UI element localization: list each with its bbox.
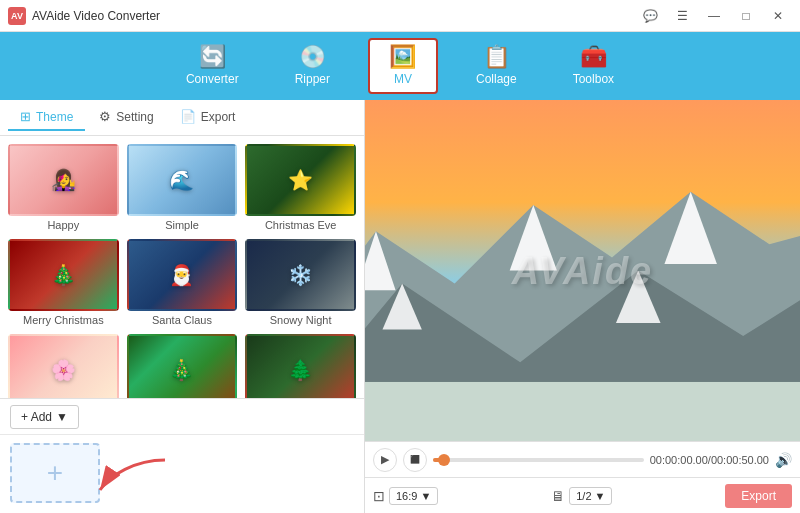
app-title: AVAide Video Converter [32,9,160,23]
collage-icon: 📋 [483,46,510,68]
ratio-control: ⊡ 16:9 ▼ [373,487,438,505]
sub-tabs: ⊞ Theme ⚙ Setting 📄 Export [0,100,364,136]
right-panel: AVAide ▶ ⬛ 00:00:00.00/00:00:50.00 🔊 ⊡ 1… [365,100,800,513]
theme-emoji-snowy-night: ❄️ [288,263,313,287]
theme-label: Theme [36,110,73,124]
drop-zone[interactable]: + [10,443,100,503]
svg-rect-10 [365,382,800,441]
collage-label: Collage [476,72,517,86]
theme-item-merry-christmas[interactable]: 🎄Merry Christmas [8,239,119,326]
theme-emoji-christmas-eve: ⭐ [288,168,313,192]
ripper-icon: 💿 [299,46,326,68]
theme-emoji-stripes-waves: 🌸 [51,358,76,382]
tab-setting[interactable]: ⚙ Setting [87,104,165,131]
mv-icon: 🖼️ [389,46,416,68]
mv-label: MV [394,72,412,86]
theme-name-happy: Happy [47,219,79,231]
toolbox-icon: 🧰 [580,46,607,68]
theme-thumbnail-christmas-tree: 🎄 [127,334,238,398]
theme-emoji-christmas-tree: 🎄 [169,358,194,382]
page-select[interactable]: 1/2 ▼ [569,487,612,505]
nav-converter[interactable]: 🔄 Converter [168,40,257,92]
page-dropdown-icon: ▼ [595,490,606,502]
content-area: ⊞ Theme ⚙ Setting 📄 Export 👩‍🎤Happy🌊Simp… [0,100,800,513]
main-nav: 🔄 Converter 💿 Ripper 🖼️ MV 📋 Collage 🧰 T… [0,32,800,100]
app-logo: AV [8,7,26,25]
theme-icon: ⊞ [20,109,31,124]
theme-thumbnail-christmas-eve: ⭐ [245,144,356,216]
theme-emoji-merry-christmas: 🎄 [51,263,76,287]
add-bar: + Add ▼ [0,398,364,434]
message-button[interactable]: 💬 [636,5,664,27]
play-button[interactable]: ▶ [373,448,397,472]
theme-emoji-simple: 🌊 [169,168,194,192]
theme-name-santa-claus: Santa Claus [152,314,212,326]
theme-name-merry-christmas: Merry Christmas [23,314,104,326]
export-tab-icon: 📄 [180,109,196,124]
theme-grid: 👩‍🎤Happy🌊Simple⭐Christmas Eve🎄Merry Chri… [0,136,364,398]
theme-thumbnail-beautiful-christmas: 🌲 [245,334,356,398]
theme-item-simple[interactable]: 🌊Simple [127,144,238,231]
ratio-select[interactable]: 16:9 ▼ [389,487,438,505]
nav-collage[interactable]: 📋 Collage [458,40,535,92]
theme-name-simple: Simple [165,219,199,231]
theme-item-beautiful-christmas[interactable]: 🌲Beautiful Christmas [245,334,356,398]
progress-dot [438,454,450,466]
export-button[interactable]: Export [725,484,792,508]
converter-icon: 🔄 [199,46,226,68]
theme-item-christmas-tree[interactable]: 🎄Christmas Tree [127,334,238,398]
theme-item-stripes-waves[interactable]: 🌸Stripes & Waves [8,334,119,398]
bottom-controls: ⊡ 16:9 ▼ 🖥 1/2 ▼ Export [365,477,800,513]
page-value: 1/2 [576,490,591,502]
time-display: 00:00:00.00/00:00:50.00 [650,454,769,466]
theme-thumbnail-stripes-waves: 🌸 [8,334,119,398]
plus-icon: + [47,459,63,487]
tab-export[interactable]: 📄 Export [168,104,248,131]
add-button[interactable]: + Add ▼ [10,405,79,429]
preview-watermark: AVAide [512,249,654,292]
theme-thumbnail-happy: 👩‍🎤 [8,144,119,216]
title-bar-controls: 💬 ☰ — □ ✕ [636,5,792,27]
arrow-indicator [95,450,175,500]
ratio-value: 16:9 [396,490,417,502]
converter-label: Converter [186,72,239,86]
theme-thumbnail-santa-claus: 🎅 [127,239,238,311]
theme-item-christmas-eve[interactable]: ⭐Christmas Eve [245,144,356,231]
ripper-label: Ripper [295,72,330,86]
theme-item-happy[interactable]: 👩‍🎤Happy [8,144,119,231]
title-bar-left: AV AVAide Video Converter [8,7,160,25]
nav-mv[interactable]: 🖼️ MV [368,38,438,94]
minimize-button[interactable]: — [700,5,728,27]
drop-zone-area: + [0,434,364,513]
setting-label: Setting [116,110,153,124]
playback-controls: ▶ ⬛ 00:00:00.00/00:00:50.00 🔊 [365,441,800,477]
theme-item-santa-claus[interactable]: 🎅Santa Claus [127,239,238,326]
menu-button[interactable]: ☰ [668,5,696,27]
stop-button[interactable]: ⬛ [403,448,427,472]
theme-thumbnail-simple: 🌊 [127,144,238,216]
volume-icon[interactable]: 🔊 [775,452,792,468]
theme-name-snowy-night: Snowy Night [270,314,332,326]
theme-emoji-happy: 👩‍🎤 [51,168,76,192]
setting-icon: ⚙ [99,109,111,124]
page-control: 🖥 1/2 ▼ [551,487,612,505]
ratio-dropdown-icon: ▼ [420,490,431,502]
tab-theme[interactable]: ⊞ Theme [8,104,85,131]
left-panel: ⊞ Theme ⚙ Setting 📄 Export 👩‍🎤Happy🌊Simp… [0,100,365,513]
export-label: Export [201,110,236,124]
theme-emoji-santa-claus: 🎅 [169,263,194,287]
preview-area: AVAide [365,100,800,441]
add-label: + Add [21,410,52,424]
theme-item-snowy-night[interactable]: ❄️Snowy Night [245,239,356,326]
theme-name-christmas-eve: Christmas Eve [265,219,337,231]
progress-bar[interactable] [433,458,644,462]
ratio-icon: ⊡ [373,488,385,504]
nav-ripper[interactable]: 💿 Ripper [277,40,348,92]
monitor-icon: 🖥 [551,488,565,504]
maximize-button[interactable]: □ [732,5,760,27]
nav-toolbox[interactable]: 🧰 Toolbox [555,40,632,92]
close-button[interactable]: ✕ [764,5,792,27]
theme-emoji-beautiful-christmas: 🌲 [288,358,313,382]
title-bar: AV AVAide Video Converter 💬 ☰ — □ ✕ [0,0,800,32]
toolbox-label: Toolbox [573,72,614,86]
